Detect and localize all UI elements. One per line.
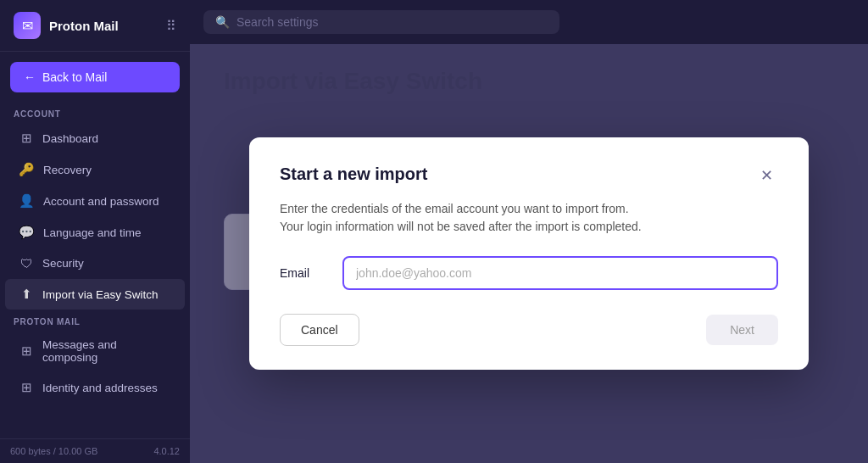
sidebar-item-messages[interactable]: ⊞ Messages and composing (5, 331, 185, 371)
email-input[interactable] (342, 256, 778, 290)
main-area: 🔍 Import via Easy Switch G Google yahoo!… (190, 0, 868, 463)
proton-mail-section-label: PROTON MAIL (0, 310, 190, 330)
import-modal: Start a new import ✕ Enter the credentia… (249, 137, 809, 370)
next-button[interactable]: Next (706, 315, 778, 345)
recovery-icon: 🔑 (19, 162, 35, 177)
sidebar-item-account[interactable]: 👤 Account and password (5, 186, 185, 216)
search-input[interactable] (236, 15, 548, 29)
version-label: 4.0.12 (153, 446, 180, 456)
cancel-button[interactable]: Cancel (280, 314, 359, 346)
email-field-row: Email (280, 256, 778, 290)
import-icon: ⬆ (19, 287, 34, 302)
modal-close-button[interactable]: ✕ (755, 165, 778, 187)
modal-title: Start a new import (280, 165, 427, 184)
grid-icon[interactable]: ⠿ (166, 18, 176, 34)
sidebar-item-language[interactable]: 💬 Language and time (5, 217, 185, 248)
search-icon: 🔍 (215, 15, 230, 29)
dashboard-icon: ⊞ (19, 131, 34, 146)
proton-logo-text: Proton Mail (49, 19, 119, 33)
email-label: Email (280, 266, 322, 280)
back-to-mail-button[interactable]: ← Back to Mail (10, 62, 180, 92)
sidebar-item-identity[interactable]: ⊞ Identity and addresses (5, 372, 185, 403)
account-icon: 👤 (19, 193, 35, 209)
modal-footer: Cancel Next (280, 314, 778, 346)
account-section: ACCOUNT ⊞ Dashboard 🔑 Recovery 👤 Account… (0, 103, 190, 310)
sidebar-footer: 600 bytes / 10.00 GB 4.0.12 (0, 438, 190, 463)
proton-logo-icon: ✉ (14, 12, 41, 39)
back-arrow-icon: ← (24, 70, 36, 84)
search-wrapper: 🔍 (203, 10, 559, 34)
sidebar-item-dashboard[interactable]: ⊞ Dashboard (5, 123, 185, 153)
proton-mail-section: PROTON MAIL ⊞ Messages and composing ⊞ I… (0, 310, 190, 404)
sidebar-item-recovery[interactable]: 🔑 Recovery (5, 154, 185, 185)
storage-label: 600 bytes / 10.00 GB (10, 446, 97, 456)
language-icon: 💬 (19, 225, 35, 240)
modal-description-line1: Enter the credentials of the email accou… (280, 200, 778, 218)
sidebar-item-easy-switch[interactable]: ⬆ Import via Easy Switch (5, 279, 185, 310)
modal-description: Enter the credentials of the email accou… (280, 200, 778, 236)
messages-icon: ⊞ (19, 343, 34, 359)
sidebar: ✉ Proton Mail ⠿ ← Back to Mail ACCOUNT ⊞… (0, 0, 190, 463)
top-bar: 🔍 (190, 0, 868, 44)
account-section-label: ACCOUNT (0, 103, 190, 122)
sidebar-header: ✉ Proton Mail ⠿ (0, 0, 190, 52)
security-icon: 🛡 (19, 256, 34, 271)
modal-description-line2: Your login information will not be saved… (280, 218, 778, 236)
sidebar-item-security[interactable]: 🛡 Security (5, 248, 185, 278)
modal-header: Start a new import ✕ (280, 165, 778, 187)
page-content: Import via Easy Switch G Google yahoo! Y… (190, 44, 868, 463)
identity-icon: ⊞ (19, 380, 34, 395)
